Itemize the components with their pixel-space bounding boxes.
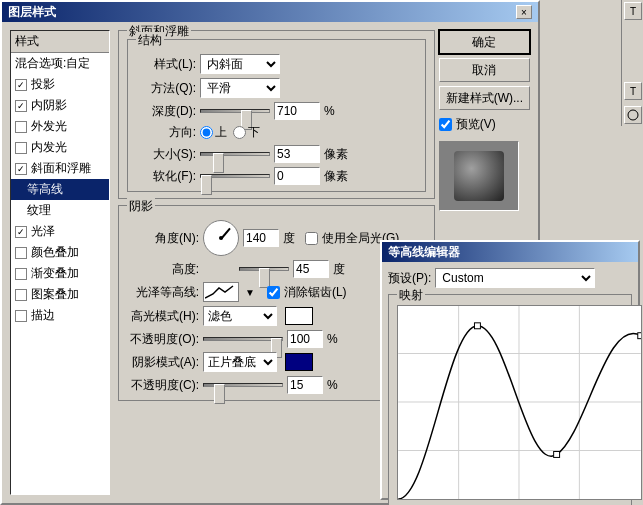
preview-checkbox[interactable] xyxy=(439,118,452,131)
new-style-button[interactable]: 新建样式(W)... xyxy=(439,86,530,110)
tool-icon-3[interactable] xyxy=(624,106,642,124)
check-miaoBian[interactable] xyxy=(15,310,27,322)
sidebar-title: 样式 xyxy=(11,31,109,53)
depth-input[interactable] xyxy=(274,102,320,120)
ok-button[interactable]: 确定 xyxy=(439,30,530,54)
check-jiandiedie[interactable] xyxy=(15,268,27,280)
shadow-opacity-input[interactable] xyxy=(287,376,323,394)
sidebar-item-guangze[interactable]: 光泽 xyxy=(11,221,109,242)
sidebar-item-yansecdie[interactable]: 颜色叠加 xyxy=(11,242,109,263)
check-guangze[interactable] xyxy=(15,226,27,238)
sidebar-item-neifa[interactable]: 内发光 xyxy=(11,137,109,158)
tool-icon-1[interactable]: T xyxy=(624,2,642,20)
depth-label: 深度(D): xyxy=(136,103,196,120)
highlight-color-swatch[interactable] xyxy=(285,307,313,325)
preset-select[interactable]: Custom xyxy=(435,268,595,288)
depth-slider[interactable] xyxy=(200,104,270,118)
soften-label: 软化(F): xyxy=(136,168,196,185)
check-waifa[interactable] xyxy=(15,121,27,133)
preview-label: 预览(V) xyxy=(456,116,496,133)
dir-label: 方向: xyxy=(136,124,196,141)
svg-rect-9 xyxy=(638,333,641,339)
svg-point-0 xyxy=(628,110,638,120)
size-slider[interactable] xyxy=(200,147,270,161)
check-xiehefu[interactable] xyxy=(15,163,27,175)
dir-down-radio[interactable] xyxy=(233,126,246,139)
angle-dial[interactable] xyxy=(203,220,239,256)
structure-group: 结构 样式(L): 内斜面 方法(Q): 平滑 xyxy=(127,39,426,192)
sidebar-item-jiandiedie[interactable]: 渐变叠加 xyxy=(11,263,109,284)
sidebar-item-miaoBian[interactable]: 描边 xyxy=(11,305,109,326)
sidebar-item-xiehefu[interactable]: 斜面和浮雕 xyxy=(11,158,109,179)
height-slider[interactable] xyxy=(239,262,289,276)
height-input[interactable] xyxy=(293,260,329,278)
dialog-title: 图层样式 xyxy=(8,4,56,21)
preset-label: 预设(P): xyxy=(388,270,431,287)
soften-row: 软化(F): 像素 xyxy=(136,167,417,185)
size-unit: 像素 xyxy=(324,146,348,163)
shadow-color-swatch[interactable] xyxy=(285,353,313,371)
sidebar-item-touying[interactable]: 投影 xyxy=(11,74,109,95)
sidebar-item-hunhe[interactable]: 混合选项:自定 xyxy=(11,53,109,74)
sidebar-label-neifa: 内发光 xyxy=(31,139,67,156)
style-select[interactable]: 内斜面 xyxy=(200,54,280,74)
sidebar-label-jiandiedie: 渐变叠加 xyxy=(31,265,79,282)
check-neifa[interactable] xyxy=(15,142,27,154)
check-neiyin[interactable] xyxy=(15,100,27,112)
angle-input[interactable] xyxy=(243,229,279,247)
soften-slider[interactable] xyxy=(200,169,270,183)
dir-down-option[interactable]: 下 xyxy=(233,124,260,141)
preset-row: 预设(P): Custom xyxy=(388,268,632,288)
check-tuancdie[interactable] xyxy=(15,289,27,301)
sidebar-label-miaoBian: 描边 xyxy=(31,307,55,324)
shadow-mode-select[interactable]: 正片叠底 xyxy=(203,352,277,372)
sidebar-item-neiyin[interactable]: 内阴影 xyxy=(11,95,109,116)
contour-swatch[interactable] xyxy=(203,282,239,302)
global-light-checkbox[interactable] xyxy=(305,232,318,245)
direction-row: 方向: 上 下 xyxy=(136,124,417,141)
dir-down-label: 下 xyxy=(248,124,260,141)
method-label: 方法(Q): xyxy=(136,80,196,97)
sidebar-label-touying: 投影 xyxy=(31,76,55,93)
preview-box xyxy=(439,141,519,211)
direction-options: 上 下 xyxy=(200,124,260,141)
tool-icon-2[interactable]: T xyxy=(624,82,642,100)
height-label: 高度: xyxy=(127,261,199,278)
style-row: 样式(L): 内斜面 xyxy=(136,54,417,74)
sidebar-label-wenli: 纹理 xyxy=(27,202,51,219)
sidebar-label-dengaoxian: 等高线 xyxy=(27,181,63,198)
antialias-label: 消除锯齿(L) xyxy=(284,284,347,301)
dir-up-radio[interactable] xyxy=(200,126,213,139)
size-row: 大小(S): 像素 xyxy=(136,145,417,163)
sidebar-item-waifa[interactable]: 外发光 xyxy=(11,116,109,137)
shadow-group-title: 阴影 xyxy=(127,198,155,215)
antialias-checkbox[interactable] xyxy=(267,286,280,299)
sidebar-item-dengaoxian[interactable]: 等高线 xyxy=(11,179,109,200)
contour-canvas[interactable] xyxy=(397,305,642,500)
close-button[interactable]: × xyxy=(516,5,532,19)
title-bar: 图层样式 × xyxy=(2,2,538,22)
highlight-opacity-input[interactable] xyxy=(287,330,323,348)
check-yansecdie[interactable] xyxy=(15,247,27,259)
soften-unit: 像素 xyxy=(324,168,348,185)
sidebar-label-waifa: 外发光 xyxy=(31,118,67,135)
highlight-opacity-slider[interactable] xyxy=(203,332,283,346)
sidebar-label-guangze: 光泽 xyxy=(31,223,55,240)
contour-dropdown-icon[interactable]: ▼ xyxy=(245,287,255,298)
sidebar-item-tuancdie[interactable]: 图案叠加 xyxy=(11,284,109,305)
highlight-opacity-label: 不透明度(O): xyxy=(127,331,199,348)
contour-editor-body: 预设(P): Custom 映射 xyxy=(382,262,638,505)
depth-unit: % xyxy=(324,104,335,118)
shadow-opacity-slider[interactable] xyxy=(203,378,283,392)
dir-up-option[interactable]: 上 xyxy=(200,124,227,141)
sidebar: 样式 混合选项:自定 投影 内阴影 外发光 内发光 xyxy=(10,30,110,495)
cancel-button[interactable]: 取消 xyxy=(439,58,530,82)
svg-rect-7 xyxy=(474,323,480,329)
check-touying[interactable] xyxy=(15,79,27,91)
soften-input[interactable] xyxy=(274,167,320,185)
sidebar-item-wenli[interactable]: 纹理 xyxy=(11,200,109,221)
size-input[interactable] xyxy=(274,145,320,163)
highlight-mode-select[interactable]: 滤色 xyxy=(203,306,277,326)
contour-editor-title: 等高线编辑器 xyxy=(388,244,460,261)
method-select[interactable]: 平滑 xyxy=(200,78,280,98)
